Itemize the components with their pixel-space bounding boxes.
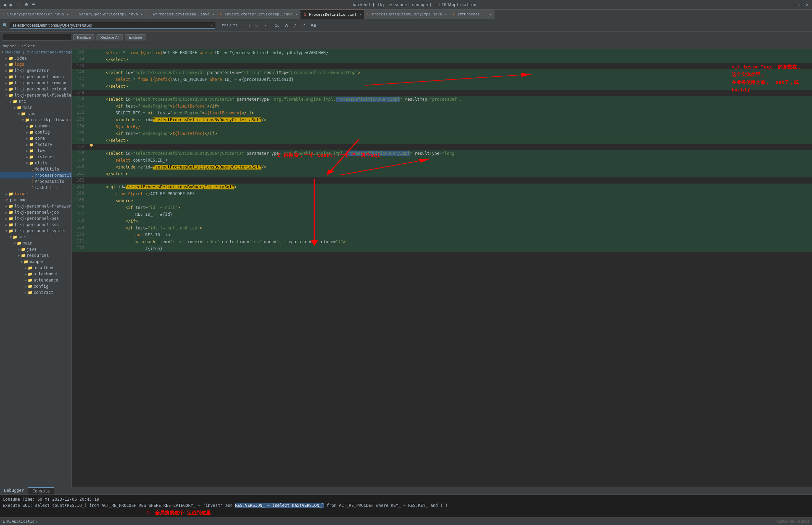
menu-btn[interactable]: ☰ (30, 2, 37, 8)
sidebar-logs[interactable]: ▶ 📁 logs (0, 61, 72, 67)
sidebar-ltkj-personnel-flowable[interactable]: ▼ 📁 ltkj-personnel-flowable (0, 92, 72, 98)
debugger-tab[interactable]: Debugger (0, 487, 28, 495)
java-icon: C (367, 12, 369, 16)
sidebar-label: ProcessFormUtils (35, 173, 72, 178)
breadcrumb-mapper[interactable]: mapper (3, 44, 16, 48)
code-line-170: 170 and RES.ID_ in (72, 232, 812, 238)
stop-btn[interactable]: ⬛ (14, 2, 23, 8)
sidebar-ltkj-system[interactable]: ▼ 📁 ltkj-personnel-system (0, 228, 72, 234)
search-prev-btn[interactable]: ↑ (240, 22, 245, 28)
sidebar-java[interactable]: ▼ 📁 java (0, 111, 72, 117)
sidebar-factory[interactable]: ▶ 📁 factory (0, 141, 72, 148)
sidebar-ltkj-personnel-extend[interactable]: ▶ 📁 ltkj-personnel-extend (0, 86, 72, 92)
sidebar-attendance[interactable]: ▶ 📁 attendance (0, 277, 72, 283)
sidebar-system-main[interactable]: ▼ 📁 main (0, 240, 72, 246)
sidebar-listener[interactable]: ▶ 📁 listener (0, 154, 72, 160)
code-line-150: 150 <select id="selectProcessDefinitions… (72, 96, 812, 103)
sidebar-assetbuy[interactable]: ▶ 📁 assetbuy (0, 265, 72, 271)
sidebar-src[interactable]: ▼ 📁 src (0, 98, 72, 104)
sidebar-ltkj-oss[interactable]: ▶ 📁 ltkj-personnel-oss (0, 215, 72, 222)
search-input[interactable] (12, 23, 210, 28)
sidebar-main[interactable]: ▼ 📁 main (0, 104, 72, 111)
replace-all-button[interactable]: Replace All (96, 34, 123, 40)
minimize-btn[interactable]: ─ (791, 2, 798, 8)
exclude-button[interactable]: Exclude (125, 34, 146, 40)
sidebar-pom[interactable]: 🗋 pom.xml (0, 197, 72, 203)
code-editor[interactable]: 143 select * from ${prefix}ACT_RE_PROCDE… (72, 49, 812, 252)
sidebar-mapper[interactable]: ▼ 📁 mapper (0, 259, 72, 265)
tab-close-3[interactable]: ✕ (295, 12, 297, 16)
regex-btn[interactable]: .* (291, 23, 298, 28)
tab-invest-exterior[interactable]: C InvestExteriorServiceImpl.java ✕ (218, 10, 301, 19)
replace-input[interactable] (5, 35, 60, 40)
tab-close-2[interactable]: ✕ (212, 12, 215, 16)
settings-btn[interactable]: ⚙ (23, 2, 30, 8)
run-btn[interactable]: ▶ (8, 2, 14, 8)
tab-process-def-query[interactable]: C ProcessDefinitionQueryImpl.java ✕ (364, 10, 450, 19)
sidebar-ltkj-personnel-common[interactable]: ▶ 📁 ltkj-personnel-common (0, 80, 72, 86)
sidebar-system-src[interactable]: ▼ 📁 src (0, 234, 72, 240)
sidebar-target[interactable]: ▶ 📁 target (0, 191, 72, 197)
sidebar-core[interactable]: ▶ 📁 core (0, 135, 72, 141)
tab-close-4[interactable]: ✕ (359, 13, 361, 16)
sidebar-ltkj-generator[interactable]: ▶ 📁 ltkj-generator (0, 67, 72, 74)
tab-wf-process-service[interactable]: C WfProcessServiceImpl.java ✕ (146, 10, 218, 19)
sidebar-process-form-utils[interactable]: C ProcessFormUtils (0, 172, 72, 178)
search-icon: 🔍 (3, 23, 8, 28)
tab-salary-spec-service[interactable]: C SalarySpecServiceImpl.java ✕ (72, 10, 146, 19)
sidebar-label: common (35, 124, 50, 128)
code-line-153: 153 <include refid="selectProcessDefinit… (72, 116, 812, 123)
sidebar-task-utils[interactable]: C TaskUtils (0, 185, 72, 191)
tab-close-5[interactable]: ✕ (445, 12, 447, 16)
sidebar-model-utils[interactable]: C ModelUtils (0, 166, 72, 172)
sidebar-process-utils[interactable]: C ProcessUtils (0, 178, 72, 185)
whole-word-btn[interactable]: W (282, 23, 291, 28)
refresh-btn[interactable]: ↺ (301, 22, 307, 28)
tab-iwf-process[interactable]: I IWfProcess... ✕ (450, 10, 494, 19)
sidebar-label: ltkj-personnel-flowable (14, 93, 71, 98)
sidebar-idea[interactable]: ▶ 📁 .idea (0, 55, 72, 61)
tab-close-6[interactable]: ✕ (489, 12, 491, 16)
window-title: backend [ltkj-personnel-manager] — LTKJA… (353, 2, 476, 7)
tab-process-definition-xml[interactable]: 🗋 ProcessDefinition.xml ✕ (300, 10, 364, 19)
sidebar-label: resources (27, 253, 49, 258)
search-expand-btn[interactable]: ⊞ (254, 22, 260, 28)
bottom-annotation-wrap: 1. 全局搜索这个 定位到这里 (3, 510, 809, 516)
sidebar-config2[interactable]: ▶ 📁 config (0, 283, 72, 289)
search-options: Cc W .* (272, 23, 299, 28)
sidebar-system-resources[interactable]: ▼ 📁 resources (0, 252, 72, 259)
code-line-163: 163 <sql id="selectProcessDefinitionsByQ… (72, 184, 812, 190)
sidebar-ltkj-personnel-admin[interactable]: ▶ 📁 ltkj-personnel-admin (0, 74, 72, 80)
sidebar-contract[interactable]: ▶ 📁 contract (0, 289, 72, 296)
code-line-145: 145 (72, 63, 812, 69)
search-options-btn[interactable]: ⋮ (262, 22, 269, 28)
maximize-btn[interactable]: □ (798, 2, 804, 8)
sidebar-ltkj-sms[interactable]: ▶ 📁 ltkj-personnel-sms (0, 222, 72, 228)
code-line-172: 172 #{item} (72, 245, 812, 252)
app-status[interactable]: LTKJApplication (3, 519, 37, 524)
sidebar-common[interactable]: ▶ 📁 common (0, 123, 72, 129)
tab-close-1[interactable]: ✕ (141, 12, 143, 16)
sidebar-system-java[interactable]: ▶ 📁 java (0, 246, 72, 252)
replace-button[interactable]: Replace (73, 34, 94, 40)
code-line-157: 157 (72, 144, 812, 150)
search-next-btn[interactable]: ↓ (247, 22, 252, 28)
editor-wrap[interactable]: 143 select * from ${prefix}ACT_RE_PROCDE… (72, 49, 812, 487)
tab-close-0[interactable]: ✕ (67, 12, 69, 16)
sidebar-ltkj-framework[interactable]: ▶ 📁 ltkj-personnel-framework (0, 203, 72, 209)
close-btn[interactable]: ✕ (804, 2, 811, 8)
match-btn[interactable]: Aa (309, 22, 318, 28)
sidebar-attachment[interactable]: ▶ 📁 attachment (0, 271, 72, 277)
sidebar-ltkj-job[interactable]: ▶ 📁 ltkj-personnel-job (0, 209, 72, 215)
tab-salary-spec-controller[interactable]: C SalarySpecController.java ✕ (0, 10, 72, 19)
sidebar-root[interactable]: ▼ backend [ltkj-personnel-manager] (0, 49, 72, 55)
sidebar-utils[interactable]: ▼ 📁 utils (0, 160, 72, 166)
back-btn[interactable]: ◀ (1, 2, 8, 8)
sidebar-config[interactable]: ▶ 📁 config (0, 129, 72, 135)
console-tab[interactable]: Console (28, 487, 54, 495)
sidebar-flow[interactable]: ▶ 📁 flow (0, 148, 72, 154)
match-case-btn[interactable]: Cc (272, 23, 282, 28)
search-clear-btn[interactable]: ✕ (210, 23, 213, 28)
sidebar-com-ltkj-flowable[interactable]: ▼ 📁 com.ltkj.flowable (0, 117, 72, 123)
breadcrumb-select[interactable]: select (21, 44, 35, 48)
